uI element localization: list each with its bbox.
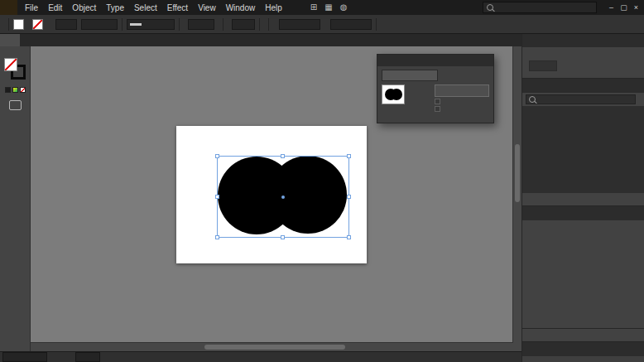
menu-window[interactable]: Window bbox=[221, 2, 261, 14]
window-controls: –▢× bbox=[605, 4, 642, 12]
selection-bounding-box[interactable] bbox=[217, 156, 349, 238]
artboard-number-select[interactable] bbox=[75, 352, 100, 362]
search-icon bbox=[529, 96, 536, 103]
swatch-search-input[interactable] bbox=[526, 94, 636, 104]
vertical-scrollbar[interactable] bbox=[512, 46, 521, 343]
transparency-panel bbox=[377, 54, 494, 123]
horizontal-scrollbar[interactable] bbox=[31, 342, 513, 351]
selection-handle[interactable] bbox=[281, 154, 285, 158]
selection-handle[interactable] bbox=[347, 195, 351, 199]
style-select[interactable] bbox=[232, 19, 255, 30]
screen-mode-button[interactable] bbox=[9, 100, 22, 110]
brush-definition-select[interactable] bbox=[127, 19, 175, 30]
app-logo[interactable] bbox=[0, 0, 17, 15]
menu-effect[interactable]: Effect bbox=[162, 2, 193, 14]
menu-bar: FileEditObjectTypeSelectEffectViewWindow… bbox=[0, 0, 644, 15]
stroke-weight-select[interactable] bbox=[55, 19, 77, 30]
selection-handle[interactable] bbox=[281, 235, 285, 239]
document-grid-icon[interactable]: ▦ bbox=[324, 3, 332, 12]
color-mode-button[interactable] bbox=[5, 87, 11, 93]
menu-items: FileEditObjectTypeSelectEffectViewWindow… bbox=[20, 2, 287, 14]
selection-handle[interactable] bbox=[347, 154, 351, 158]
search-icon bbox=[487, 4, 493, 11]
thumbnail-artwork bbox=[383, 86, 403, 103]
tools-panel bbox=[0, 46, 31, 351]
divider bbox=[223, 18, 223, 31]
fill-color-control[interactable] bbox=[13, 19, 24, 30]
align-to-button[interactable] bbox=[622, 60, 637, 72]
selection-handle[interactable] bbox=[215, 195, 219, 199]
width-profile-select[interactable] bbox=[81, 19, 118, 30]
divider bbox=[268, 18, 269, 31]
object-thumbnail[interactable] bbox=[382, 84, 405, 104]
divider bbox=[122, 18, 123, 31]
status-bar bbox=[0, 351, 521, 362]
stroke-color-control[interactable] bbox=[32, 19, 43, 30]
zoom-level-select[interactable] bbox=[2, 352, 47, 362]
menu-help[interactable]: Help bbox=[260, 2, 287, 14]
fill-swatch-none[interactable] bbox=[4, 58, 17, 71]
shape-height-field[interactable] bbox=[330, 19, 372, 30]
basic-rgb-panel bbox=[522, 220, 644, 329]
gradient-mode-button[interactable] bbox=[12, 87, 18, 93]
blend-mode-select[interactable] bbox=[382, 70, 438, 81]
align-panel bbox=[522, 47, 644, 79]
swatches-search-row bbox=[522, 93, 644, 107]
menu-type[interactable]: Type bbox=[101, 2, 129, 14]
share-icon[interactable]: ◍ bbox=[340, 3, 348, 12]
clip-checkbox[interactable] bbox=[435, 99, 489, 104]
opacity-select[interactable] bbox=[188, 19, 214, 30]
dock-filler bbox=[522, 356, 644, 362]
shape-width-field[interactable] bbox=[279, 19, 320, 30]
menu-view[interactable]: View bbox=[193, 2, 221, 14]
panel-dock bbox=[521, 33, 644, 362]
make-mask-button[interactable] bbox=[435, 84, 489, 97]
divider bbox=[8, 18, 9, 31]
align-panel-tabs bbox=[522, 33, 644, 47]
canvas[interactable] bbox=[31, 46, 521, 351]
artboard-navigation bbox=[70, 352, 105, 362]
scrollbar-thumb[interactable] bbox=[204, 345, 345, 350]
maximize-button[interactable]: ▢ bbox=[618, 4, 630, 12]
fill-stroke-control[interactable] bbox=[4, 58, 26, 80]
menu-edit[interactable]: Edit bbox=[43, 2, 67, 14]
menu-file[interactable]: File bbox=[20, 2, 43, 14]
color-panel-footer bbox=[522, 329, 644, 342]
transparency-panel-header[interactable] bbox=[377, 55, 493, 66]
selection-handle[interactable] bbox=[347, 235, 351, 239]
app-bar-icons: ⊞▦◍ bbox=[310, 3, 348, 12]
swatch-list bbox=[522, 107, 644, 193]
divider bbox=[179, 18, 180, 31]
swatches-panel-tabs bbox=[522, 79, 644, 93]
selection-handle[interactable] bbox=[215, 235, 219, 239]
menu-select[interactable]: Select bbox=[129, 2, 162, 14]
divider bbox=[376, 18, 377, 31]
layers-panel-tabs bbox=[522, 342, 644, 356]
close-button[interactable]: × bbox=[630, 4, 642, 12]
checkbox-icon bbox=[435, 106, 440, 112]
checkbox-icon bbox=[435, 99, 440, 104]
none-mode-button[interactable] bbox=[20, 87, 26, 93]
illustrator-window: FileEditObjectTypeSelectEffectViewWindow… bbox=[0, 0, 644, 362]
document-tab[interactable] bbox=[0, 33, 20, 46]
menu-object[interactable]: Object bbox=[67, 2, 101, 14]
scrollbar-corner bbox=[513, 343, 521, 351]
selection-center-point bbox=[281, 195, 285, 199]
document-tab-bar bbox=[0, 33, 521, 46]
adobe-stock-search-input[interactable] bbox=[483, 2, 597, 13]
divider bbox=[259, 18, 260, 31]
selection-handle[interactable] bbox=[215, 154, 219, 158]
paint-modes bbox=[5, 87, 26, 93]
brush-stroke-preview bbox=[130, 23, 142, 26]
document-area bbox=[0, 33, 521, 362]
invert-mask-checkbox[interactable] bbox=[435, 106, 489, 112]
control-bar bbox=[0, 15, 644, 34]
scrollbar-thumb[interactable] bbox=[515, 144, 520, 202]
swatches-panel-footer bbox=[522, 193, 644, 206]
color-panel-tabs bbox=[522, 206, 644, 220]
arrange-documents-icon[interactable]: ⊞ bbox=[310, 3, 317, 12]
spacing-value-select[interactable] bbox=[529, 60, 557, 71]
minimize-button[interactable]: – bbox=[605, 4, 618, 12]
